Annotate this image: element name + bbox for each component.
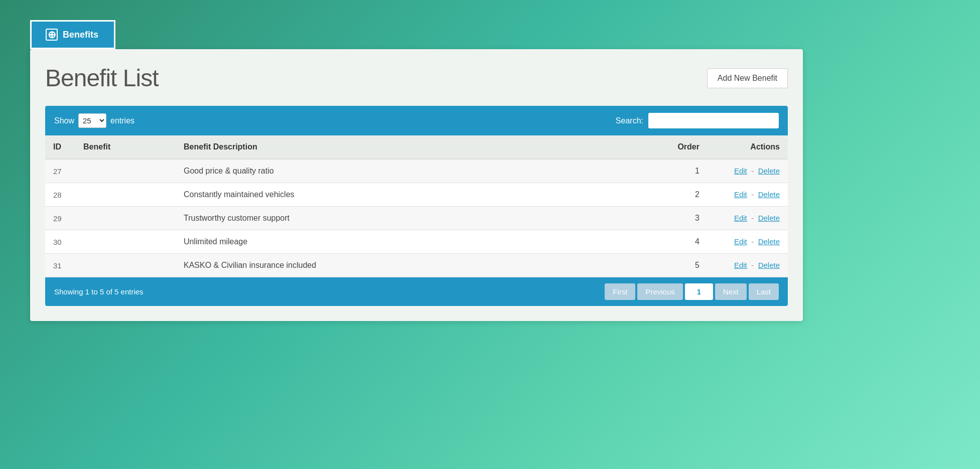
cell-description: Unlimited mileage [176, 230, 657, 254]
search-label: Search: [616, 116, 643, 125]
cell-benefit [75, 207, 176, 230]
pagination-previous-button[interactable]: Previous [637, 283, 682, 300]
cell-id: 28 [45, 183, 75, 207]
cell-actions: Edit - Delete [708, 207, 788, 230]
action-separator: - [751, 167, 754, 175]
add-new-benefit-button[interactable]: Add New Benefit [707, 68, 788, 88]
action-separator: - [751, 190, 754, 199]
entries-per-page-select[interactable]: 10 25 50 100 [78, 113, 106, 128]
cell-order: 5 [657, 254, 708, 277]
cell-id: 29 [45, 207, 75, 230]
card-header: Benefit List Add New Benefit [45, 64, 788, 92]
entries-label: entries [110, 116, 134, 125]
col-header-actions: Actions [708, 135, 788, 159]
edit-button-row-3[interactable]: Edit [734, 237, 747, 246]
cell-order: 4 [657, 230, 708, 254]
table-footer: Showing 1 to 5 of 5 entries First Previo… [45, 277, 788, 306]
cell-actions: Edit - Delete [708, 230, 788, 254]
col-header-order: Order [657, 135, 708, 159]
edit-button-row-1[interactable]: Edit [734, 190, 747, 199]
show-label: Show [54, 116, 74, 125]
col-header-description: Benefit Description [176, 135, 657, 159]
col-header-id: ID [45, 135, 75, 159]
action-separator: - [751, 237, 754, 246]
cell-benefit [75, 230, 176, 254]
cell-benefit [75, 183, 176, 207]
table-row: 28 Constantly maintained vehicles 2 Edit… [45, 183, 788, 207]
cell-id: 27 [45, 159, 75, 183]
delete-button-row-0[interactable]: Delete [758, 167, 780, 175]
cell-actions: Edit - Delete [708, 159, 788, 183]
table-row: 27 Good price & quality ratio 1 Edit - D… [45, 159, 788, 183]
cell-id: 30 [45, 230, 75, 254]
action-separator: - [751, 261, 754, 269]
cell-benefit [75, 159, 176, 183]
delete-button-row-3[interactable]: Delete [758, 237, 780, 246]
show-entries-control: Show 10 25 50 100 entries [54, 113, 134, 128]
pagination-last-button[interactable]: Last [749, 283, 779, 300]
pagination-next-button[interactable]: Next [715, 283, 747, 300]
table-header-row: ID Benefit Benefit Description Order Act… [45, 135, 788, 159]
delete-button-row-4[interactable]: Delete [758, 261, 780, 269]
action-separator: - [751, 214, 754, 222]
table-controls-bar: Show 10 25 50 100 entries Search: [45, 106, 788, 135]
edit-button-row-2[interactable]: Edit [734, 214, 747, 222]
plus-icon: ⊕ [46, 29, 58, 41]
benefits-tab[interactable]: ⊕ Benefits [30, 20, 115, 49]
pagination-first-button[interactable]: First [605, 283, 635, 300]
cell-order: 2 [657, 183, 708, 207]
edit-button-row-4[interactable]: Edit [734, 261, 747, 269]
cell-benefit [75, 254, 176, 277]
cell-description: KASKO & Civilian insurance included [176, 254, 657, 277]
cell-order: 3 [657, 207, 708, 230]
delete-button-row-2[interactable]: Delete [758, 214, 780, 222]
col-header-benefit: Benefit [75, 135, 176, 159]
pagination-page-1-button[interactable]: 1 [685, 283, 713, 300]
cell-actions: Edit - Delete [708, 183, 788, 207]
table-row: 29 Trustworthy customer support 3 Edit -… [45, 207, 788, 230]
page-title: Benefit List [45, 64, 158, 92]
cell-actions: Edit - Delete [708, 254, 788, 277]
cell-description: Good price & quality ratio [176, 159, 657, 183]
cell-description: Trustworthy customer support [176, 207, 657, 230]
nav-tab-label: Benefits [63, 30, 98, 40]
showing-info: Showing 1 to 5 of 5 entries [54, 287, 144, 296]
cell-description: Constantly maintained vehicles [176, 183, 657, 207]
cell-order: 1 [657, 159, 708, 183]
delete-button-row-1[interactable]: Delete [758, 190, 780, 199]
edit-button-row-0[interactable]: Edit [734, 167, 747, 175]
table-row: 31 KASKO & Civilian insurance included 5… [45, 254, 788, 277]
pagination: First Previous 1 Next Last [605, 283, 779, 300]
cell-id: 31 [45, 254, 75, 277]
table-row: 30 Unlimited mileage 4 Edit - Delete [45, 230, 788, 254]
main-card: Benefit List Add New Benefit Show 10 25 … [30, 49, 803, 321]
search-input[interactable] [648, 113, 779, 128]
benefit-table: ID Benefit Benefit Description Order Act… [45, 135, 788, 277]
search-area: Search: [616, 113, 779, 128]
